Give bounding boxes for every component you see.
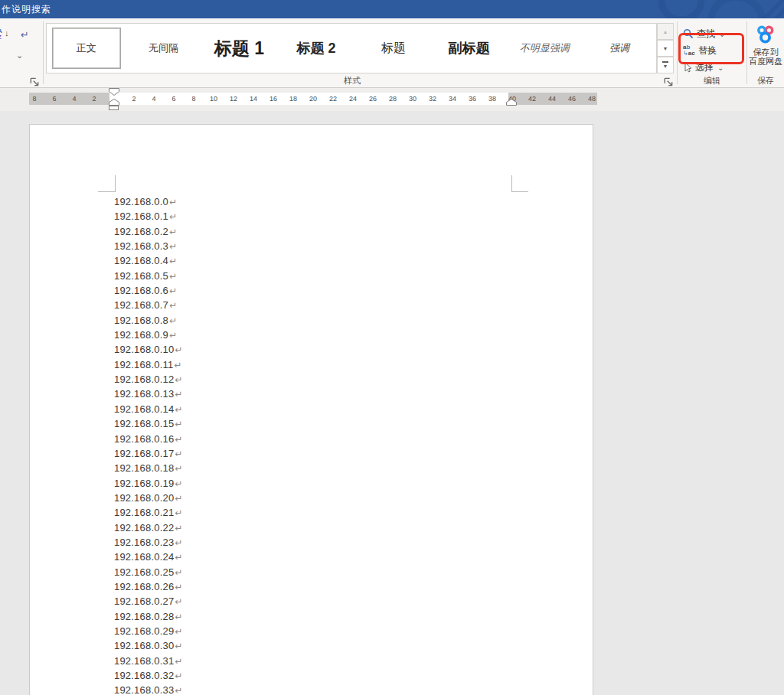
document-line[interactable]: 192.168.0.0↵ (114, 194, 183, 209)
ruler-number: 32 (423, 93, 443, 105)
ruler-number: 2 (84, 93, 104, 105)
document-line[interactable]: 192.168.0.5↵ (114, 269, 183, 283)
group-separator (43, 21, 44, 84)
document-line[interactable]: 192.168.0.2↵ (114, 224, 183, 239)
left-indent-marker[interactable] (109, 106, 119, 110)
paragraph-return-mark: ↵ (169, 271, 177, 282)
paragraph-return-mark: ↵ (175, 523, 182, 533)
gallery-more-icon[interactable]: ▼ (657, 57, 674, 73)
document-line[interactable]: 192.168.0.22↵ (114, 520, 183, 535)
ruler-number: 8 (184, 93, 204, 105)
ruler-number: 26 (363, 93, 383, 105)
styles-dialog-launcher-icon[interactable] (663, 77, 674, 87)
ruler-number: 14 (243, 93, 263, 105)
find-button[interactable]: 查找 ⌄ (683, 26, 725, 41)
style-item-normal[interactable]: 正文 (47, 24, 126, 73)
ruler-number: 44 (542, 93, 562, 105)
document-line[interactable]: 192.168.0.29↵ (114, 624, 183, 638)
document-line[interactable]: 192.168.0.19↵ (114, 476, 183, 491)
style-item-subtitle[interactable]: 副标题 (432, 24, 507, 73)
document-line[interactable]: 192.168.0.31↵ (114, 654, 183, 668)
document-line[interactable]: 192.168.0.4↵ (114, 253, 183, 268)
document-line[interactable]: 192.168.0.14↵ (114, 402, 183, 416)
paragraph-return-mark: ↵ (175, 582, 182, 592)
document-line[interactable]: 192.168.0.18↵ (114, 461, 183, 475)
document-line[interactable]: 192.168.0.10↵ (114, 342, 183, 357)
first-line-indent-marker[interactable] (109, 88, 119, 96)
ruler-number: 10 (204, 93, 224, 105)
baidu-netdisk-icon (755, 24, 776, 44)
document-line[interactable]: 192.168.0.9↵ (114, 328, 183, 342)
paragraph-return-mark: ↵ (175, 478, 182, 489)
ip-address-text: 192.168.0.3 (114, 240, 168, 252)
replace-button[interactable]: aabb ↳ac 替换 (683, 43, 717, 58)
ip-address-text: 192.168.0.20 (114, 492, 174, 504)
document-line[interactable]: 192.168.0.12↵ (114, 372, 183, 387)
sort-icon[interactable]: A Z ↓ (0, 28, 13, 44)
gallery-scroll-up-icon[interactable]: ▲ (657, 23, 674, 40)
document-line[interactable]: 192.168.0.23↵ (114, 535, 183, 550)
hanging-indent-marker[interactable] (109, 99, 119, 106)
ip-address-text: 192.168.0.31 (114, 655, 174, 667)
document-line[interactable]: 192.168.0.21↵ (114, 505, 183, 520)
tell-me-search[interactable]: 作说明搜索 (2, 3, 51, 16)
paragraph-return-mark: ↵ (175, 419, 182, 429)
paragraph-return-mark: ↵ (169, 330, 177, 341)
style-item-emphasis[interactable]: 强调 (583, 24, 656, 73)
paragraph-dialog-launcher-icon[interactable] (29, 77, 40, 87)
style-item-no-spacing[interactable]: 无间隔 (126, 24, 201, 73)
ruler-number: 34 (443, 93, 462, 105)
style-item-subtle-emphasis[interactable]: 不明显强调 (506, 24, 583, 73)
document-line[interactable]: 192.168.0.8↵ (114, 313, 183, 328)
style-item-title[interactable]: 标题 (355, 24, 432, 73)
ruler-number: 30 (403, 93, 423, 105)
styles-group-label: 样式 (322, 75, 383, 86)
group-separator (677, 21, 678, 84)
document-line[interactable]: 192.168.0.6↵ (114, 283, 183, 298)
ip-address-text: 192.168.0.19 (114, 478, 174, 489)
document-line[interactable]: 192.168.0.30↵ (114, 638, 183, 653)
paragraph-return-mark: ↵ (169, 256, 177, 266)
formatting-marks-icon[interactable]: ↵ (21, 29, 29, 41)
document-line[interactable]: 192.168.0.33↵ (114, 683, 183, 695)
document-line[interactable]: 192.168.0.15↵ (114, 416, 183, 431)
paragraph-return-mark: ↵ (175, 434, 182, 445)
gallery-scroll-down-icon[interactable]: ▼ (657, 40, 674, 57)
ruler-number: 6 (164, 93, 184, 105)
paragraph-return-mark: ↵ (175, 449, 182, 459)
right-indent-marker[interactable] (506, 99, 517, 106)
document-line[interactable]: 192.168.0.26↵ (114, 579, 183, 594)
document-line[interactable]: 192.168.0.24↵ (114, 550, 183, 564)
paragraph-return-mark: ↵ (175, 552, 182, 563)
document-line[interactable]: 192.168.0.28↵ (114, 609, 183, 624)
document-page[interactable]: 192.168.0.0↵ 192.168.0.1↵ 192.168.0.2↵ 1… (29, 124, 593, 695)
select-button[interactable]: 选择 ⌄ (683, 60, 724, 75)
ip-address-text: 192.168.0.17 (114, 448, 174, 459)
paragraph-return-mark: ↵ (175, 344, 182, 355)
chevron-down-icon[interactable]: ⌄ (16, 51, 23, 60)
style-item-heading2[interactable]: 标题 2 (277, 24, 355, 73)
document-line[interactable]: 192.168.0.32↵ (114, 668, 183, 683)
document-line[interactable]: 192.168.0.11↵ (114, 357, 183, 372)
paragraph-return-mark: ↵ (175, 596, 182, 607)
document-line[interactable]: 192.168.0.3↵ (114, 239, 183, 253)
save-to-baidu-netdisk-button[interactable]: 保存到 百度网盘 (747, 23, 784, 72)
ip-address-text: 192.168.0.33 (114, 684, 174, 695)
document-line[interactable]: 192.168.0.7↵ (114, 298, 183, 312)
document-line[interactable]: 192.168.0.1↵ (114, 209, 183, 224)
document-line[interactable]: 192.168.0.25↵ (114, 565, 183, 579)
ruler-number: 20 (303, 93, 323, 105)
paragraph-return-mark: ↵ (175, 404, 182, 415)
document-line[interactable]: 192.168.0.13↵ (114, 387, 183, 401)
document-line[interactable]: 192.168.0.27↵ (114, 594, 183, 609)
document-line[interactable]: 192.168.0.20↵ (114, 491, 183, 505)
ruler-number: 24 (343, 93, 363, 105)
document-text: 192.168.0.0↵ 192.168.0.1↵ 192.168.0.2↵ 1… (114, 194, 183, 695)
ruler-number: 6 (44, 93, 64, 105)
chevron-down-icon: ⌄ (717, 64, 724, 72)
replace-icon: aabb ↳ac (683, 44, 695, 57)
document-line[interactable]: 192.168.0.17↵ (114, 446, 183, 461)
ruler-number: 4 (144, 93, 164, 105)
style-item-heading1[interactable]: 标题 1 (201, 24, 277, 73)
document-line[interactable]: 192.168.0.16↵ (114, 432, 183, 446)
